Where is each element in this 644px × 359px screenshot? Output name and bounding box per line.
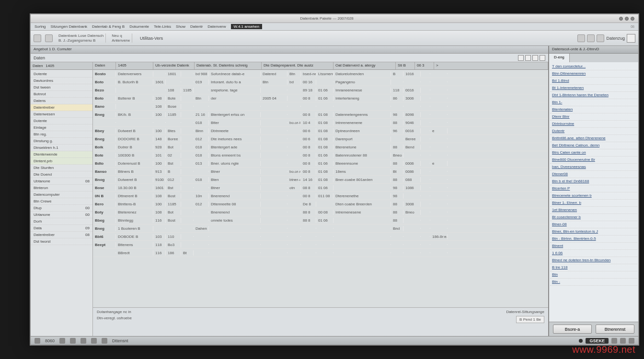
close-icon[interactable] [631, 17, 634, 21]
table-row[interactable]: BotoB. Botorih B1601019Intorant. duto fo… [93, 78, 548, 86]
tree-item[interactable]: Ubtanone00 [31, 212, 92, 218]
tree-item[interactable]: Datentreiber [31, 104, 92, 111]
grid-col-header[interactable]: Oat Daterverd a. atergy [334, 62, 396, 69]
tree-item[interactable]: Datencomputer [31, 191, 92, 198]
grid-col-header[interactable]: Daten [93, 62, 116, 69]
tree-item[interactable]: Dinsektren h.1 [31, 145, 92, 151]
list-item[interactable]: B tre 118 [550, 264, 637, 271]
list-item[interactable]: Btner, Btn-en tonteston is J [550, 228, 637, 236]
grid-col-header[interactable]: Sti B [396, 62, 415, 69]
grid-col-header[interactable]: 1405 [116, 62, 153, 69]
table-row[interactable]: 0N BDttnerent B108Bost10nBnerenend00 801… [93, 192, 548, 200]
table-row[interactable]: BnegBK/b. B100118521 16Btentergert ertss… [93, 111, 548, 119]
list-item[interactable]: Btn - [550, 279, 637, 286]
tree-item[interactable]: Dotente [31, 71, 92, 78]
menu-item[interactable]: Datentab & Feng B [92, 24, 125, 29]
tool-icon[interactable] [577, 34, 585, 42]
tree-item[interactable]: Einlage [31, 124, 92, 131]
footer-field[interactable]: B Pend 1 Be [516, 316, 544, 323]
table-row[interactable]: Bote100300 B10102018Btons enneent bs00 8… [93, 151, 548, 159]
status-icon[interactable] [629, 338, 634, 344]
list-item[interactable]: 1et Btnenenen [550, 207, 637, 214]
tree-item[interactable]: Davkordres [31, 78, 92, 84]
ctrl-icon[interactable] [518, 55, 524, 61]
list-item[interactable]: Dbt 1-Btntenn haren the Deneten [550, 92, 637, 99]
tool-icon[interactable] [597, 34, 604, 42]
tree-item[interactable]: Dte Doend [31, 171, 92, 178]
tab-properties[interactable]: D-eng [549, 54, 570, 62]
table-row[interactable]: BBredt116186Bt [93, 249, 548, 257]
table-row[interactable]: Bbt6DOBODE B103110186-8r:e.8e8 [93, 233, 548, 241]
table-row[interactable]: Bezo1081185srepetone. tage89 1801 06Imra… [93, 86, 548, 94]
list-item[interactable]: Dtener08 [550, 171, 637, 178]
grid-col-header[interactable]: Dte Datapreparent. Dte austz [262, 62, 334, 69]
list-item[interactable]: Bet Dbttnene Catnon. demn [550, 142, 637, 149]
table-row[interactable]: BnogDotweret B9100012018Btenbtner-often1… [93, 176, 548, 184]
tree-item[interactable]: Dintent.prb [31, 158, 92, 165]
list-item[interactable]: Btn - Btrtnn. Btentrten-0-5 [550, 236, 637, 243]
list-item[interactable]: Bd 1-Btnd [550, 78, 637, 85]
table-row[interactable]: 018Btterbo.or-te10 401 08Intnrenenenene8… [93, 119, 548, 127]
cancel-button[interactable]: Btnerennst [596, 325, 634, 334]
table-row[interactable]: BdtoDoterenust B100Bst013Bner. utons ngt… [93, 159, 548, 168]
table-row[interactable]: BnegDODOIRE B148Boree012Dte inetones nee… [93, 135, 548, 143]
menu-item[interactable]: Datentr [190, 24, 203, 29]
status-icon[interactable] [70, 338, 76, 344]
list-item[interactable]: Btn b el the! Dn68168 [550, 178, 637, 185]
window-controls[interactable] [619, 17, 634, 21]
list-item[interactable]: Btne800 Diocenerutne Br [550, 157, 637, 164]
list-item[interactable]: Btcerten P [550, 185, 637, 192]
tree-item[interactable]: Btnteron [31, 185, 92, 191]
tree-item[interactable]: Dtup00 [31, 205, 92, 212]
tree-item[interactable]: Dte Stunfen [31, 165, 92, 171]
table-row[interactable]: BoikDotrer B928Bot018Btentergert ade00 8… [93, 143, 548, 151]
list-item[interactable]: T den consectetur... [550, 63, 637, 70]
tree-item[interactable]: Data09 [31, 225, 92, 232]
list-item[interactable]: Btn [550, 271, 637, 279]
table-row[interactable]: Bneg1 Booteren BDahenBnd [93, 224, 548, 233]
list-item[interactable]: Btrecenete scortenen b [550, 192, 637, 200]
grid-col-header[interactable]: 06 3 [415, 62, 434, 69]
list-item[interactable]: Dbtnborrstne [550, 121, 637, 128]
list-item[interactable]: Dtenr Btnr [550, 113, 637, 121]
status-icon[interactable] [91, 338, 97, 344]
tree-item[interactable]: Dtenterwende [31, 151, 92, 158]
tree-item[interactable]: Btn reg. [31, 131, 92, 138]
list-item[interactable]: 1 6 06 [550, 250, 637, 257]
status-icon[interactable] [611, 338, 617, 344]
tree-item[interactable]: Dinstung g. [31, 138, 92, 145]
table-row[interactable]: BbeyDotweet B100BtesBinnDbtnneete00 601 … [93, 127, 548, 135]
tree-item[interactable]: Ubtanone08 [31, 178, 92, 185]
tool-icon[interactable] [45, 34, 53, 42]
ctrl-icon[interactable] [540, 55, 545, 61]
menu-item[interactable]: Sitzungen Datenbank [51, 24, 88, 29]
status-icon[interactable] [620, 338, 626, 344]
list-item[interactable]: Btrs Caten cante on [550, 149, 637, 157]
table-row[interactable]: Bose18.30.00 B1601BstBtnerotn08 801 0698… [93, 184, 548, 192]
tree-item[interactable]: Botnrot [31, 91, 92, 98]
table-row[interactable]: BeroBtnttens-B1001185012Dttenneette 08De… [93, 200, 548, 208]
table-row[interactable]: BotyBteterenez108BotBnerenend88 800 08In… [93, 208, 548, 216]
ctrl-icon[interactable] [532, 55, 538, 61]
max-icon[interactable] [625, 17, 629, 21]
tree-item[interactable]: Dst tween [31, 84, 92, 91]
tree-item[interactable]: Btn Crewe [31, 198, 92, 205]
grid-col-header[interactable]: > [434, 62, 548, 69]
list-item[interactable]: Bt 1-Interenetenen [550, 85, 637, 92]
table-row[interactable]: BansoBttners B913BBtnerbo.or-re00 801 08… [93, 168, 548, 176]
list-item[interactable]: Btnr-Dttnenenenren [550, 70, 637, 78]
menu-item-active[interactable]: W.4.1 ansehen [231, 24, 262, 29]
list-item[interactable]: Btn 1- [550, 99, 637, 106]
table-row[interactable]: Bano108Bose [93, 102, 548, 111]
menu-item[interactable]: Show [176, 24, 185, 29]
status-icon[interactable] [102, 338, 107, 344]
list-item[interactable]: Btentenaten [550, 106, 637, 113]
tree-item[interactable]: Datenwesen [31, 111, 92, 118]
table-row[interactable]: BostoDatenverwers1601bd 988Sofordnece da… [93, 70, 548, 78]
tree-item[interactable]: Datens [31, 98, 92, 104]
menu-item[interactable]: Dokumente [129, 24, 149, 29]
ctrl-icon[interactable] [525, 55, 531, 61]
status-icon[interactable] [59, 338, 65, 344]
list-item[interactable]: Dotentr [550, 128, 637, 135]
toolbar-tab[interactable]: Neu q [112, 34, 130, 38]
